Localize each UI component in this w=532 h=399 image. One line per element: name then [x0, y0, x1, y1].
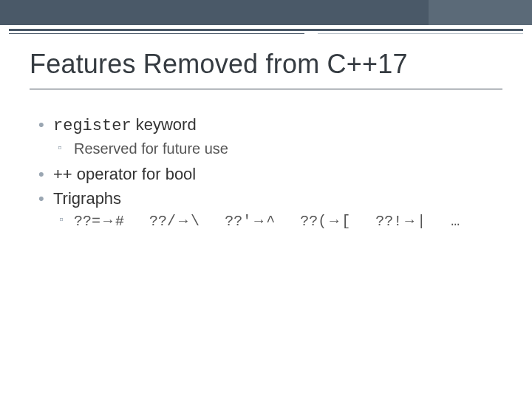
sub-reserved: Reserved for future use: [53, 139, 502, 159]
tri-src: ??(: [300, 213, 327, 230]
tri-dst: ^: [266, 213, 275, 230]
top-accent-lines: [0, 26, 532, 36]
tri-src: ??=: [74, 213, 100, 230]
accent-line-thin-right: [318, 33, 523, 34]
sublist-trigraphs: ??=→# ??/→\ ??'→^ ??(→[ ??!→|: [53, 211, 502, 231]
trigraph-row: ??=→# ??/→\ ??'→^ ??(→[ ??!→|: [53, 211, 502, 231]
bullet-list: register keyword Reserved for future use…: [38, 114, 502, 231]
tri-src: ??': [225, 213, 251, 230]
accent-line-thick: [9, 29, 523, 31]
trigraph-item: ??/→\: [149, 211, 200, 231]
trigraph-item: ??!→|: [375, 211, 426, 231]
trigraph-item: ??'→^: [225, 211, 275, 231]
tri-dst: |: [417, 213, 426, 230]
tri-src: ??!: [375, 213, 402, 230]
slide-title: Features Removed from C++17: [30, 49, 408, 80]
title-underline: [30, 89, 502, 89]
tri-src: ??/: [149, 213, 176, 230]
arrow-icon: →: [405, 211, 414, 231]
tri-dst: \: [191, 213, 200, 230]
text-trigraphs: Trigraphs: [53, 189, 121, 208]
bullet-trigraphs: Trigraphs ??=→# ??/→\ ??'→^ ??(→[: [38, 188, 502, 231]
slide-body: register keyword Reserved for future use…: [38, 114, 502, 236]
tri-dst: #: [115, 213, 124, 230]
top-decor-band: [0, 0, 532, 25]
sublist-register: Reserved for future use: [53, 139, 502, 159]
tri-dst: [: [341, 213, 350, 230]
trigraph-item: ??(→[: [300, 211, 350, 231]
slide: Features Removed from C++17 register key…: [0, 0, 532, 399]
accent-line-thin-left: [9, 33, 304, 34]
bullet-bool-increment: ++ operator for bool: [38, 163, 502, 185]
trigraph-ellipsis: …: [451, 211, 460, 231]
code-register: register: [53, 117, 132, 135]
arrow-icon: →: [103, 211, 112, 231]
trigraph-item: ??=→#: [74, 211, 124, 231]
arrow-icon: →: [254, 211, 263, 231]
arrow-icon: →: [330, 211, 338, 231]
text-keyword: keyword: [132, 115, 197, 134]
bullet-register: register keyword Reserved for future use: [38, 114, 502, 159]
arrow-icon: →: [179, 211, 188, 231]
